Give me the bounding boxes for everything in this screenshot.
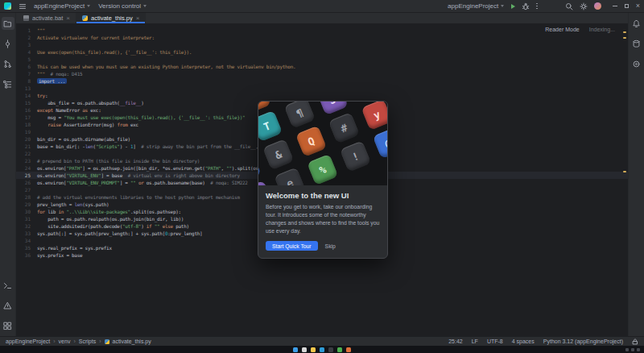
code-line[interactable]: 6This can be used when you must use an e… [16, 63, 628, 70]
line-number[interactable]: 32 [16, 222, 37, 230]
line-number[interactable]: 31 [16, 215, 37, 222]
settings-button[interactable] [576, 1, 591, 12]
line-number[interactable]: 26 [16, 179, 37, 186]
line-number[interactable]: 1 [16, 27, 37, 34]
terminal-tool-button[interactable] [2, 279, 14, 292]
reader-mode-button[interactable]: Reader Mode [545, 27, 579, 32]
problems-tool-button[interactable] [2, 299, 14, 312]
line-number[interactable]: 24 [16, 164, 37, 172]
maximize-button[interactable] [625, 4, 629, 8]
line-number[interactable]: 16 [16, 106, 37, 114]
taskbar-icon-pycharm[interactable] [337, 347, 342, 352]
warning-stripe-mark[interactable] [623, 31, 626, 33]
code-line[interactable]: 3 [16, 41, 628, 48]
line-number[interactable]: 34 [16, 237, 37, 244]
gradle-tool-button[interactable] [630, 57, 643, 70]
line-number[interactable]: 35 [16, 244, 37, 251]
code-line[interactable]: 1""" [16, 27, 628, 34]
breadcrumb-item[interactable]: venv [59, 338, 71, 344]
code-line[interactable]: 8import ... [16, 77, 628, 85]
run-button[interactable] [508, 1, 518, 12]
line-number[interactable]: 33 [16, 230, 37, 237]
minimize-button[interactable] [613, 6, 617, 6]
warning-stripe-mark[interactable] [623, 37, 626, 39]
project-tool-button[interactable] [2, 17, 14, 30]
line-number[interactable]: 7 [16, 70, 37, 77]
tray-icon[interactable] [625, 348, 629, 351]
line-number[interactable]: 3 [16, 41, 37, 48]
line-number[interactable]: 36 [16, 251, 37, 259]
code-line[interactable]: 5 [16, 56, 628, 63]
system-tray[interactable] [625, 346, 640, 353]
line-number[interactable]: 28 [16, 193, 37, 201]
close-button[interactable]: × [636, 2, 640, 10]
line-number[interactable]: 22 [16, 150, 37, 157]
line-number[interactable]: 8 [16, 77, 37, 85]
line-number[interactable]: 29 [16, 201, 37, 208]
search-everywhere-button[interactable] [562, 1, 576, 12]
editor-scrollbar[interactable] [621, 24, 628, 336]
tab-activate-this-py[interactable]: activate_this.py × [76, 13, 146, 23]
pull-requests-tool-button[interactable] [2, 57, 14, 70]
code-line[interactable]: 2Activate virtualenv for current interpr… [16, 34, 628, 41]
line-number[interactable]: 21 [16, 143, 37, 150]
close-icon[interactable]: × [66, 15, 70, 22]
code-line[interactable]: 14try: [16, 92, 628, 99]
start-quick-tour-button[interactable]: Start Quick Tour [266, 241, 318, 251]
line-number[interactable]: 25 [16, 172, 37, 179]
more-actions-button[interactable] [533, 1, 541, 12]
mosaic-tile: ! [340, 140, 371, 172]
notifications-tool-button[interactable] [630, 17, 643, 30]
code-line[interactable]: 7""" # noqa: D415 [16, 70, 628, 77]
code-line[interactable]: 4Use exec(open(this_file).read(), {'__fi… [16, 48, 628, 56]
line-number[interactable]: 6 [16, 63, 37, 70]
line-number[interactable]: 4 [16, 48, 37, 56]
line-number[interactable]: 30 [16, 208, 37, 215]
taskbar-icon-browser[interactable] [346, 347, 351, 352]
line-number[interactable]: 13 [16, 85, 37, 92]
database-tool-button[interactable] [630, 37, 643, 50]
line-number[interactable]: 19 [16, 128, 37, 135]
line-number[interactable]: 17 [16, 114, 37, 121]
tab-activate-bat[interactable]: activate.bat × [18, 13, 76, 23]
project-widget[interactable]: appEngineProject [30, 1, 94, 12]
line-number[interactable]: 14 [16, 92, 37, 99]
readonly-lock-icon[interactable] [632, 338, 638, 345]
line-number[interactable]: 15 [16, 99, 37, 106]
profile-button[interactable] [591, 1, 605, 12]
taskbar-icon-explorer[interactable] [311, 347, 316, 352]
tray-icon[interactable] [637, 348, 640, 351]
code-line[interactable]: 13 [16, 85, 628, 92]
commit-tool-button[interactable] [2, 37, 14, 50]
line-number[interactable]: 18 [16, 121, 37, 128]
line-separator[interactable]: LF [472, 338, 478, 344]
breadcrumb-item[interactable]: appEngineProject [6, 338, 50, 344]
taskbar-icon-terminal[interactable] [328, 347, 333, 352]
taskbar-icon-start[interactable] [293, 347, 298, 352]
line-number[interactable]: 5 [16, 56, 37, 63]
indent-style[interactable]: 4 spaces [512, 338, 535, 344]
line-number[interactable]: 2 [16, 34, 37, 41]
taskbar-icon-edge[interactable] [320, 347, 324, 352]
run-config-widget[interactable]: appEngineProject [444, 1, 508, 12]
folded-imports[interactable]: import ... [37, 78, 67, 84]
tray-icon[interactable] [631, 348, 634, 351]
main-menu-button[interactable] [15, 1, 30, 12]
services-tool-button[interactable] [2, 319, 14, 332]
line-number[interactable]: 23 [16, 157, 37, 164]
breadcrumb-item[interactable]: Scripts [79, 338, 96, 344]
taskbar-icon-search[interactable] [302, 347, 307, 352]
python-interpreter[interactable]: Python 3.12 (appEngineProject) [543, 338, 623, 344]
debug-button[interactable] [518, 1, 533, 12]
structure-tool-button[interactable] [2, 77, 14, 90]
vcs-widget[interactable]: Version control [94, 1, 151, 12]
close-icon[interactable]: × [136, 15, 140, 22]
line-number[interactable]: 20 [16, 135, 37, 143]
breadcrumb-item[interactable]: activate_this.py [113, 338, 151, 344]
warning-stripe-mark[interactable] [623, 171, 626, 172]
file-encoding[interactable]: UTF-8 [487, 338, 503, 344]
line-content: os.environ["VIRTUAL_ENV_PROMPT"] = "" or… [37, 179, 248, 186]
caret-position[interactable]: 25:42 [448, 338, 463, 344]
line-number[interactable]: 27 [16, 186, 37, 193]
skip-button[interactable]: Skip [325, 243, 336, 249]
